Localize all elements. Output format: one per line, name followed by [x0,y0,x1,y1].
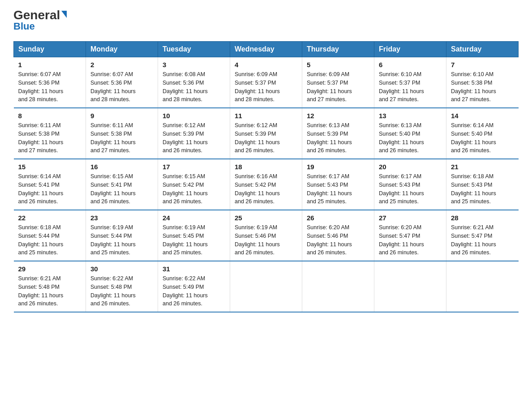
day-number: 2 [90,61,153,68]
header-thursday: Thursday [302,42,374,57]
calendar-cell: 12 Sunrise: 6:13 AMSunset: 5:39 PMDaylig… [302,108,374,159]
calendar-cell: 10 Sunrise: 6:12 AMSunset: 5:39 PMDaylig… [158,108,230,159]
day-info: Sunrise: 6:17 AMSunset: 5:43 PMDaylight:… [379,172,442,206]
day-info: Sunrise: 6:14 AMSunset: 5:41 PMDaylight:… [18,172,82,206]
calendar-cell: 9 Sunrise: 6:11 AMSunset: 5:38 PMDayligh… [86,108,158,159]
day-number: 31 [163,265,225,273]
day-number: 14 [451,112,514,120]
day-number: 9 [90,112,153,120]
calendar-cell: 7 Sunrise: 6:10 AMSunset: 5:38 PMDayligh… [446,57,519,108]
calendar-cell [230,261,302,312]
day-info: Sunrise: 6:20 AMSunset: 5:47 PMDaylight:… [379,223,442,257]
calendar-cell [302,261,374,312]
day-number: 6 [379,61,442,68]
day-info: Sunrise: 6:11 AMSunset: 5:38 PMDaylight:… [18,121,82,155]
day-number: 24 [163,214,225,222]
calendar-cell: 6 Sunrise: 6:10 AMSunset: 5:37 PMDayligh… [374,57,446,108]
day-info: Sunrise: 6:17 AMSunset: 5:43 PMDaylight:… [307,172,369,206]
day-number: 10 [163,112,225,120]
day-info: Sunrise: 6:12 AMSunset: 5:39 PMDaylight:… [235,121,297,155]
day-number: 15 [18,163,82,171]
day-info: Sunrise: 6:15 AMSunset: 5:42 PMDaylight:… [163,172,225,206]
header-tuesday: Tuesday [158,42,230,57]
day-number: 4 [235,61,297,68]
day-info: Sunrise: 6:21 AMSunset: 5:47 PMDaylight:… [451,223,514,257]
calendar-cell: 8 Sunrise: 6:11 AMSunset: 5:38 PMDayligh… [14,108,86,159]
header-saturday: Saturday [446,42,519,57]
calendar-cell: 29 Sunrise: 6:21 AMSunset: 5:48 PMDaylig… [14,261,86,312]
logo-general: General [13,9,67,21]
calendar-cell: 18 Sunrise: 6:16 AMSunset: 5:42 PMDaylig… [230,159,302,210]
day-info: Sunrise: 6:16 AMSunset: 5:42 PMDaylight:… [235,172,297,206]
day-info: Sunrise: 6:15 AMSunset: 5:41 PMDaylight:… [90,172,153,206]
calendar-cell: 1 Sunrise: 6:07 AMSunset: 5:36 PMDayligh… [14,57,86,108]
calendar-cell: 25 Sunrise: 6:19 AMSunset: 5:46 PMDaylig… [230,210,302,261]
calendar-cell: 3 Sunrise: 6:08 AMSunset: 5:36 PMDayligh… [158,57,230,108]
day-info: Sunrise: 6:18 AMSunset: 5:43 PMDaylight:… [451,172,514,206]
day-number: 11 [235,112,297,120]
day-number: 21 [451,163,514,171]
day-info: Sunrise: 6:18 AMSunset: 5:44 PMDaylight:… [18,223,82,257]
calendar-cell: 19 Sunrise: 6:17 AMSunset: 5:43 PMDaylig… [302,159,374,210]
day-number: 22 [18,214,82,222]
day-info: Sunrise: 6:09 AMSunset: 5:37 PMDaylight:… [307,70,369,104]
day-number: 20 [379,163,442,171]
calendar-cell: 27 Sunrise: 6:20 AMSunset: 5:47 PMDaylig… [374,210,446,261]
calendar-cell: 31 Sunrise: 6:22 AMSunset: 5:49 PMDaylig… [158,261,230,312]
day-info: Sunrise: 6:19 AMSunset: 5:44 PMDaylight:… [90,223,153,257]
calendar-cell: 30 Sunrise: 6:22 AMSunset: 5:48 PMDaylig… [86,261,158,312]
day-info: Sunrise: 6:13 AMSunset: 5:40 PMDaylight:… [379,121,442,155]
day-number: 27 [379,214,442,222]
day-number: 17 [163,163,225,171]
calendar-cell: 17 Sunrise: 6:15 AMSunset: 5:42 PMDaylig… [158,159,230,210]
day-number: 25 [235,214,297,222]
day-number: 29 [18,265,82,273]
day-info: Sunrise: 6:22 AMSunset: 5:48 PMDaylight:… [90,274,153,308]
calendar-header-row: SundayMondayTuesdayWednesdayThursdayFrid… [14,42,519,57]
day-info: Sunrise: 6:22 AMSunset: 5:49 PMDaylight:… [163,274,225,308]
calendar-cell: 11 Sunrise: 6:12 AMSunset: 5:39 PMDaylig… [230,108,302,159]
day-info: Sunrise: 6:20 AMSunset: 5:46 PMDaylight:… [307,223,369,257]
day-number: 12 [307,112,369,120]
day-number: 18 [235,163,297,171]
calendar-cell: 2 Sunrise: 6:07 AMSunset: 5:36 PMDayligh… [86,57,158,108]
calendar-cell: 22 Sunrise: 6:18 AMSunset: 5:44 PMDaylig… [14,210,86,261]
calendar-cell: 14 Sunrise: 6:14 AMSunset: 5:40 PMDaylig… [446,108,519,159]
day-number: 23 [90,214,153,222]
calendar-cell: 13 Sunrise: 6:13 AMSunset: 5:40 PMDaylig… [374,108,446,159]
calendar-cell: 4 Sunrise: 6:09 AMSunset: 5:37 PMDayligh… [230,57,302,108]
calendar-cell: 26 Sunrise: 6:20 AMSunset: 5:46 PMDaylig… [302,210,374,261]
day-number: 28 [451,214,514,222]
day-number: 16 [90,163,153,171]
logo: General Blue [13,9,67,32]
calendar-cell: 15 Sunrise: 6:14 AMSunset: 5:41 PMDaylig… [14,159,86,210]
day-number: 5 [307,61,369,68]
page-header: General Blue [13,9,519,32]
week-row-2: 8 Sunrise: 6:11 AMSunset: 5:38 PMDayligh… [14,108,519,159]
calendar-cell: 21 Sunrise: 6:18 AMSunset: 5:43 PMDaylig… [446,159,519,210]
day-number: 26 [307,214,369,222]
week-row-1: 1 Sunrise: 6:07 AMSunset: 5:36 PMDayligh… [14,57,519,108]
day-info: Sunrise: 6:13 AMSunset: 5:39 PMDaylight:… [307,121,369,155]
calendar-cell: 24 Sunrise: 6:19 AMSunset: 5:45 PMDaylig… [158,210,230,261]
day-info: Sunrise: 6:07 AMSunset: 5:36 PMDaylight:… [90,70,153,104]
calendar-cell [374,261,446,312]
day-info: Sunrise: 6:09 AMSunset: 5:37 PMDaylight:… [235,70,297,104]
calendar-cell: 23 Sunrise: 6:19 AMSunset: 5:44 PMDaylig… [86,210,158,261]
header-friday: Friday [374,42,446,57]
day-info: Sunrise: 6:12 AMSunset: 5:39 PMDaylight:… [163,121,225,155]
day-info: Sunrise: 6:19 AMSunset: 5:46 PMDaylight:… [235,223,297,257]
day-number: 13 [379,112,442,120]
day-info: Sunrise: 6:10 AMSunset: 5:38 PMDaylight:… [451,70,514,104]
calendar-cell: 16 Sunrise: 6:15 AMSunset: 5:41 PMDaylig… [86,159,158,210]
day-info: Sunrise: 6:10 AMSunset: 5:37 PMDaylight:… [379,70,442,104]
day-info: Sunrise: 6:19 AMSunset: 5:45 PMDaylight:… [163,223,225,257]
week-row-4: 22 Sunrise: 6:18 AMSunset: 5:44 PMDaylig… [14,210,519,261]
header-sunday: Sunday [14,42,86,57]
day-number: 8 [18,112,82,120]
week-row-3: 15 Sunrise: 6:14 AMSunset: 5:41 PMDaylig… [14,159,519,210]
week-row-5: 29 Sunrise: 6:21 AMSunset: 5:48 PMDaylig… [14,261,519,312]
calendar-cell: 5 Sunrise: 6:09 AMSunset: 5:37 PMDayligh… [302,57,374,108]
calendar-cell [446,261,519,312]
calendar-cell: 20 Sunrise: 6:17 AMSunset: 5:43 PMDaylig… [374,159,446,210]
